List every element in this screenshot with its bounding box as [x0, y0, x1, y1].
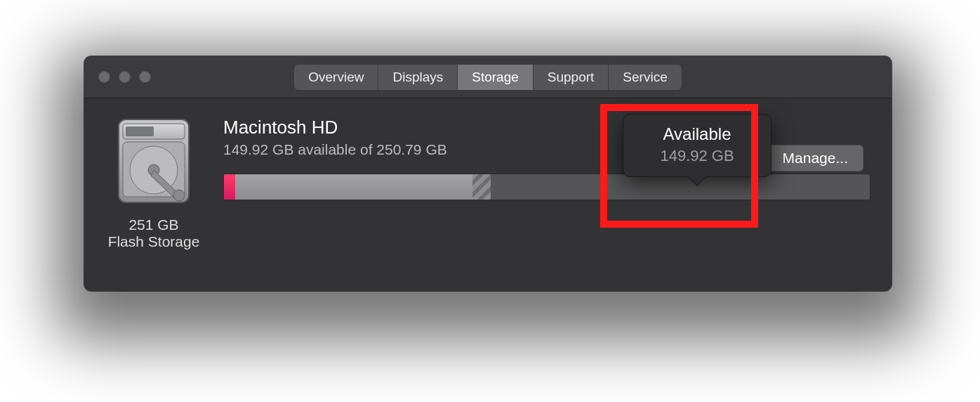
drive-capacity-label: 251 GB [128, 216, 178, 233]
volume-details: Macintosh HD 149.92 GB available of 250.… [223, 115, 870, 250]
tab-storage[interactable]: Storage [458, 65, 534, 90]
drive-type-label: Flash Storage [108, 233, 200, 250]
storage-segment-purgeable [472, 174, 491, 200]
popover-value: 149.92 GB [630, 147, 764, 165]
available-space-popover: Available 149.92 GB [623, 114, 772, 177]
tab-service[interactable]: Service [609, 65, 681, 90]
svg-rect-2 [126, 127, 154, 136]
tab-overview[interactable]: Overview [294, 65, 378, 90]
tab-bar: Overview Displays Storage Support Servic… [84, 65, 892, 90]
about-this-mac-window: Overview Displays Storage Support Servic… [84, 56, 892, 291]
window-titlebar: Overview Displays Storage Support Servic… [84, 56, 892, 98]
internal-drive-icon [109, 115, 199, 207]
drive-summary: 251 GB Flash Storage [105, 115, 202, 250]
storage-usage-bar[interactable] [223, 174, 870, 200]
storage-segment-other [235, 174, 472, 200]
manage-storage-button[interactable]: Manage... [767, 145, 863, 171]
tab-support[interactable]: Support [534, 65, 609, 90]
popover-title: Available [630, 124, 764, 144]
volume-name: Macintosh HD [223, 117, 870, 138]
tab-displays[interactable]: Displays [378, 65, 458, 90]
svg-point-6 [173, 190, 185, 201]
storage-segment-system [224, 174, 235, 200]
